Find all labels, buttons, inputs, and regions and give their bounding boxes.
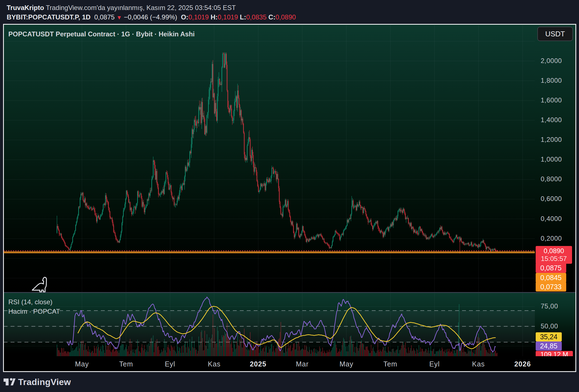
svg-text:TradingView: TradingView bbox=[18, 377, 71, 387]
